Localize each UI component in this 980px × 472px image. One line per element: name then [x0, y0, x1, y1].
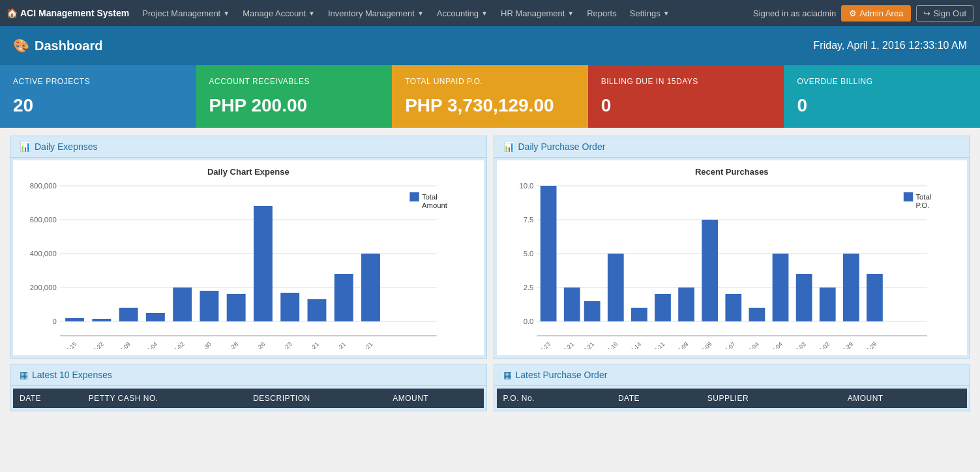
- col-date: DATE: [13, 389, 82, 408]
- nav-item-settings[interactable]: Settings ▼: [623, 0, 676, 26]
- svg-rect-11: [65, 318, 84, 321]
- svg-text:400,000: 400,000: [30, 250, 57, 258]
- nav-item-inventory-management[interactable]: Inventory Management ▼: [321, 0, 430, 26]
- svg-rect-35: [409, 192, 419, 201]
- svg-text:2016-03-02: 2016-03-02: [780, 341, 807, 349]
- stat-label: ACCOUNT RECEIVABLES: [209, 77, 379, 86]
- svg-rect-19: [173, 288, 192, 321]
- purchase-chart-panel-header: 📊 Daily Purchase Order: [494, 136, 970, 158]
- svg-rect-53: [584, 301, 600, 321]
- home-icon: 🏠: [7, 8, 18, 18]
- svg-text:Amount: Amount: [422, 201, 448, 209]
- gear-icon: ⚙: [849, 8, 857, 18]
- svg-rect-65: [725, 294, 741, 321]
- nav-item-manage-account[interactable]: Manage Account ▼: [236, 0, 321, 26]
- admin-area-button[interactable]: ⚙ Admin Area: [841, 5, 911, 22]
- svg-rect-23: [227, 294, 246, 321]
- expense-chart-title: Daily Exepnses: [35, 141, 98, 152]
- expense-chart-svg: 800,000 600,000 400,000 200,000 0 2016-0…: [20, 179, 477, 349]
- chevron-down-icon: ▼: [481, 10, 488, 17]
- stat-label: ACTIVE PROJECTS: [13, 77, 183, 86]
- svg-text:2016-02-02: 2016-02-02: [159, 341, 186, 349]
- nav-item-project-management[interactable]: Project Management ▼: [136, 0, 236, 26]
- col-amount: AMOUNT: [841, 389, 967, 408]
- svg-text:2016-03-09: 2016-03-09: [662, 341, 689, 349]
- svg-rect-71: [795, 274, 812, 321]
- stat-card-total-unpaid-po: TOTAL UNPAID P.O. PHP 3,730,129.00: [392, 65, 588, 128]
- col-description: DESCRIPTION: [246, 389, 386, 408]
- expense-table-panel: ▦ Latest 10 Expenses DATE PETTY CASH NO.…: [10, 364, 487, 411]
- signout-icon: ↪: [923, 8, 930, 18]
- stat-value: 0: [601, 95, 771, 116]
- svg-text:Total: Total: [422, 193, 438, 201]
- brand-link[interactable]: 🏠 ACI Management System: [7, 8, 129, 18]
- svg-text:2016-03-11: 2016-03-11: [639, 341, 666, 349]
- svg-text:2016-03-04: 2016-03-04: [757, 341, 784, 349]
- datetime-display: Friday, April 1, 2016 12:33:10 AM: [814, 40, 967, 52]
- signed-in-text: Signed in as aciadmin: [753, 8, 836, 18]
- expense-table-title: Latest 10 Expenses: [32, 370, 112, 380]
- chevron-down-icon: ▼: [663, 10, 670, 17]
- svg-text:0: 0: [52, 317, 56, 325]
- svg-text:600,000: 600,000: [30, 216, 57, 224]
- svg-text:2016-03-16: 2016-03-16: [592, 341, 619, 349]
- svg-rect-15: [119, 308, 138, 321]
- svg-text:P.O.: P.O.: [915, 201, 929, 209]
- svg-text:2016-01-21: 2016-01-21: [321, 341, 348, 349]
- stat-value: 0: [797, 95, 967, 116]
- svg-text:2016-03-04: 2016-03-04: [734, 341, 760, 349]
- svg-rect-69: [772, 254, 788, 321]
- svg-text:2016-01-26: 2016-01-26: [240, 341, 267, 349]
- expense-chart-panel: 📊 Daily Exepnses Daily Chart Expense 800…: [10, 136, 487, 359]
- stat-card-account-receivables: ACCOUNT RECEIVABLES PHP 200.00: [196, 65, 393, 128]
- svg-text:2016-02-22: 2016-02-22: [78, 341, 105, 349]
- stat-card-active-projects: ACTIVE PROJECTS 20: [0, 65, 196, 128]
- stat-cards-row: ACTIVE PROJECTS 20 ACCOUNT RECEIVABLES P…: [0, 65, 980, 128]
- nav-item-accounting[interactable]: Accounting ▼: [430, 0, 494, 26]
- stat-label: BILLING DUE IN 15DAYS: [601, 77, 771, 86]
- svg-rect-61: [678, 288, 694, 321]
- expense-chart-inner-title: Daily Chart Expense: [20, 167, 477, 177]
- stat-label: OVERDUE BILLING: [797, 77, 967, 86]
- svg-text:5.0: 5.0: [523, 250, 533, 258]
- svg-text:2.5: 2.5: [523, 284, 533, 291]
- table-icon: ▦: [503, 370, 512, 380]
- svg-text:2016-02-04: 2016-02-04: [132, 341, 159, 349]
- nav-item-hr-management[interactable]: HR Management ▼: [494, 0, 580, 26]
- signout-button[interactable]: ↪ Sign Out: [916, 5, 973, 22]
- svg-text:2016-02-09: 2016-02-09: [106, 341, 132, 349]
- brand-name: ACI Management System: [20, 8, 129, 18]
- svg-text:2016-02-29: 2016-02-29: [827, 341, 854, 349]
- purchase-table-body: P.O. No. DATE SUPPLIER AMOUNT: [497, 389, 968, 408]
- svg-rect-63: [702, 220, 718, 321]
- page-title: Dashboard: [35, 38, 102, 53]
- purchase-chart-panel: 📊 Daily Purchase Order Recent Purchases …: [494, 136, 971, 359]
- svg-text:2016-01-21: 2016-01-21: [348, 341, 374, 349]
- svg-text:Total: Total: [915, 193, 931, 201]
- svg-rect-55: [607, 254, 623, 321]
- svg-text:2016-03-07: 2016-03-07: [710, 341, 737, 349]
- nav-item-reports[interactable]: Reports: [580, 0, 623, 26]
- chevron-down-icon: ▼: [417, 10, 424, 17]
- expense-chart-area: 800,000 600,000 400,000 200,000 0 2016-0…: [20, 179, 477, 349]
- charts-row: 📊 Daily Exepnses Daily Chart Expense 800…: [7, 136, 973, 359]
- col-amount: AMOUNT: [386, 389, 483, 408]
- stat-value: PHP 200.00: [209, 95, 379, 116]
- chevron-down-icon: ▼: [308, 10, 315, 17]
- svg-rect-59: [655, 294, 671, 321]
- svg-text:7.5: 7.5: [523, 216, 533, 224]
- svg-text:2016-01-28: 2016-01-28: [213, 341, 240, 349]
- purchase-chart-title: Daily Purchase Order: [518, 141, 606, 152]
- svg-rect-33: [361, 254, 380, 321]
- svg-rect-75: [842, 254, 859, 321]
- purchase-table-header: ▦ Latest Purchase Order: [494, 364, 970, 386]
- svg-rect-49: [540, 186, 556, 321]
- dashboard-icon: 🎨: [13, 38, 29, 53]
- svg-text:2016-03-21: 2016-03-21: [548, 341, 575, 349]
- svg-text:2016-03-23: 2016-03-23: [525, 341, 552, 349]
- tables-row: ▦ Latest 10 Expenses DATE PETTY CASH NO.…: [7, 364, 973, 411]
- table-icon: ▦: [20, 370, 28, 380]
- svg-rect-73: [819, 288, 835, 321]
- expense-chart-panel-header: 📊 Daily Exepnses: [10, 136, 486, 158]
- purchase-table-title: Latest Purchase Order: [516, 370, 608, 380]
